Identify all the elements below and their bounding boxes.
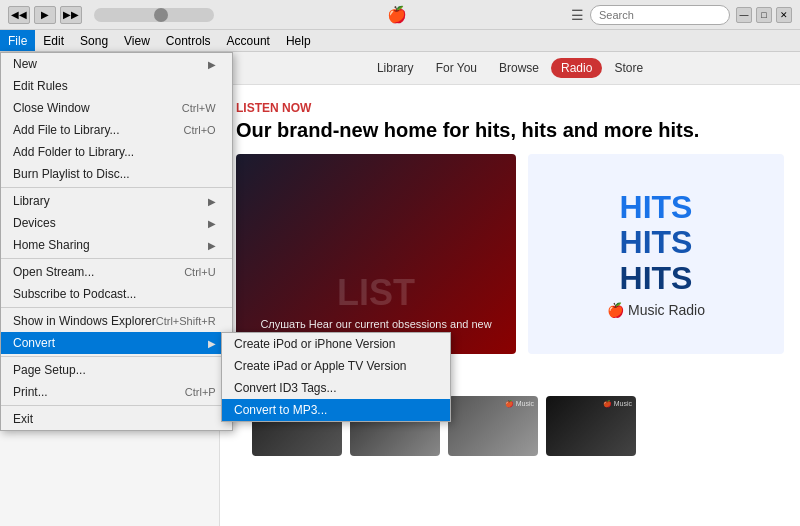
menu-bar: File Edit Song View Controls Account Hel… [0, 30, 800, 52]
apple-music-radio: 🍎 Music Radio [607, 302, 705, 318]
minimize-button[interactable]: — [736, 7, 752, 23]
add-folder-label: Add Folder to Library... [13, 145, 134, 159]
edit-rules-label: Edit Rules [13, 79, 68, 93]
print-label: Print... [13, 385, 48, 399]
playback-controls: ◀◀ ▶ ▶▶ [8, 6, 222, 24]
menu-item-print[interactable]: Print... Ctrl+P [1, 381, 232, 403]
tab-browse[interactable]: Browse [489, 58, 549, 78]
prev-button[interactable]: ◀◀ [8, 6, 30, 24]
menu-item-close-window[interactable]: Close Window Ctrl+W [1, 97, 232, 119]
menu-item-library[interactable]: Library ▶ [1, 190, 232, 212]
menu-item-show-windows-explorer[interactable]: Show in Windows Explorer Ctrl+Shift+R [1, 310, 232, 332]
menu-item-new[interactable]: New ▶ [1, 53, 232, 75]
convert-label: Convert [13, 336, 55, 350]
close-window-shortcut: Ctrl+W [182, 102, 216, 114]
add-file-label: Add File to Library... [13, 123, 120, 137]
new-arrow: ▶ [208, 59, 216, 70]
convert-submenu: Create iPod or iPhone Version Create iPa… [221, 332, 451, 422]
next-button[interactable]: ▶▶ [60, 6, 82, 24]
show-explorer-label: Show in Windows Explorer [13, 314, 156, 328]
exit-label: Exit [13, 412, 33, 426]
devices-arrow: ▶ [208, 218, 216, 229]
menu-view[interactable]: View [116, 30, 158, 51]
menu-item-subscribe-podcast[interactable]: Subscribe to Podcast... [1, 283, 232, 305]
subscribe-podcast-label: Subscribe to Podcast... [13, 287, 136, 301]
menu-account[interactable]: Account [219, 30, 278, 51]
open-stream-shortcut: Ctrl+U [184, 266, 215, 278]
menu-controls[interactable]: Controls [158, 30, 219, 51]
music-radio-text: Music Radio [628, 302, 705, 318]
list-icon[interactable]: ☰ [571, 7, 584, 23]
badge-3: 🍎 Music [505, 400, 534, 408]
apple-icon: 🍎 [607, 302, 624, 318]
title-bar: ◀◀ ▶ ▶▶ 🍎 ☰ — □ ✕ [0, 0, 800, 30]
convert-arrow: ▶ [208, 338, 216, 349]
separator-3 [1, 307, 232, 308]
menu-item-devices[interactable]: Devices ▶ [1, 212, 232, 234]
separator-1 [1, 187, 232, 188]
submenu-create-ipad[interactable]: Create iPad or Apple TV Version [222, 355, 450, 377]
menu-item-add-file[interactable]: Add File to Library... Ctrl+O [1, 119, 232, 141]
tab-radio[interactable]: Radio [551, 58, 602, 78]
menu-file[interactable]: File [0, 30, 35, 51]
tab-for-you[interactable]: For You [426, 58, 487, 78]
progress-thumb[interactable] [154, 8, 168, 22]
separator-2 [1, 258, 232, 259]
hits-line-2: HITS [620, 225, 693, 260]
dropdown-menu: New ▶ Edit Rules Close Window Ctrl+W Add… [0, 52, 233, 431]
submenu-convert-mp3[interactable]: Convert to MP3... [222, 399, 450, 421]
open-stream-label: Open Stream... [13, 265, 94, 279]
banner-right: HITS HITS HITS 🍎 Music Radio [528, 154, 784, 354]
library-label: Library [13, 194, 50, 208]
menu-song[interactable]: Song [72, 30, 116, 51]
progress-bar[interactable] [94, 8, 214, 22]
tab-store[interactable]: Store [604, 58, 653, 78]
listen-now-label: LISTEN NOW [236, 101, 784, 115]
page-setup-label: Page Setup... [13, 363, 86, 377]
window-controls: — □ ✕ [736, 7, 792, 23]
banner-list-text: LIST [337, 272, 415, 314]
menu-item-add-folder[interactable]: Add Folder to Library... [1, 141, 232, 163]
headline: Our brand-new home for hits, hits and mo… [236, 119, 784, 142]
thumbnail-3[interactable]: 🍎 Music [448, 396, 538, 456]
library-arrow: ▶ [208, 196, 216, 207]
nav-tabs: Library For You Browse Radio Store [220, 52, 800, 85]
apple-logo: 🍎 [387, 5, 407, 24]
separator-4 [1, 356, 232, 357]
title-bar-right: ☰ — □ ✕ [571, 5, 792, 25]
menu-item-exit[interactable]: Exit [1, 408, 232, 430]
close-window-label: Close Window [13, 101, 90, 115]
hits-line-1: HITS [620, 190, 693, 225]
menu-item-new-label: New [13, 57, 37, 71]
menu-item-convert[interactable]: Convert ▶ [1, 332, 232, 354]
menu-help[interactable]: Help [278, 30, 319, 51]
content-area: LISTEN NOW Our brand-new home for hits, … [220, 85, 800, 526]
add-file-shortcut: Ctrl+O [184, 124, 216, 136]
menu-item-page-setup[interactable]: Page Setup... [1, 359, 232, 381]
print-shortcut: Ctrl+P [185, 386, 216, 398]
maximize-button[interactable]: □ [756, 7, 772, 23]
menu-item-burn-playlist[interactable]: Burn Playlist to Disc... [1, 163, 232, 185]
search-input[interactable] [590, 5, 730, 25]
play-button[interactable]: ▶ [34, 6, 56, 24]
file-dropdown: New ▶ Edit Rules Close Window Ctrl+W Add… [0, 52, 233, 431]
badge-4: 🍎 Music [603, 400, 632, 408]
home-sharing-label: Home Sharing [13, 238, 90, 252]
submenu-create-ipod[interactable]: Create iPod or iPhone Version [222, 333, 450, 355]
close-button[interactable]: ✕ [776, 7, 792, 23]
banner-left: LIST Слушать Hear our current obsessions… [236, 154, 516, 354]
submenu-convert-id3[interactable]: Convert ID3 Tags... [222, 377, 450, 399]
home-sharing-arrow: ▶ [208, 240, 216, 251]
burn-playlist-label: Burn Playlist to Disc... [13, 167, 130, 181]
menu-edit[interactable]: Edit [35, 30, 72, 51]
tab-library[interactable]: Library [367, 58, 424, 78]
thumbnail-4[interactable]: 🍎 Music [546, 396, 636, 456]
menu-item-edit-rules[interactable]: Edit Rules [1, 75, 232, 97]
hits-line-3: HITS [620, 261, 693, 296]
banner-area: LIST Слушать Hear our current obsessions… [236, 154, 784, 354]
menu-item-open-stream[interactable]: Open Stream... Ctrl+U [1, 261, 232, 283]
separator-5 [1, 405, 232, 406]
show-explorer-shortcut: Ctrl+Shift+R [156, 315, 216, 327]
menu-item-home-sharing[interactable]: Home Sharing ▶ [1, 234, 232, 256]
devices-label: Devices [13, 216, 56, 230]
